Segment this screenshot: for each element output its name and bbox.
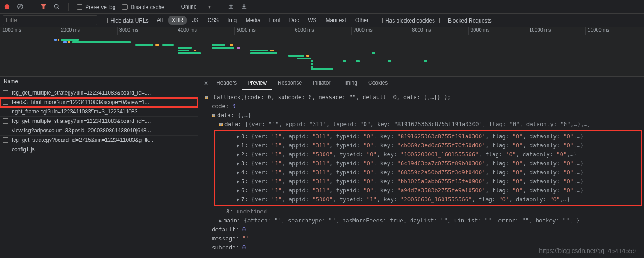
timeline-tick: 4000 ms [176,27,234,35]
filter-other[interactable]: Other [352,16,372,25]
separator [219,3,219,11]
request-row[interactable]: feeds3_html_more?uin=1223411083&scope=0&… [0,98,198,107]
timeline-tick: 2000 ms [59,27,117,35]
tab-cookies[interactable]: Cookies [363,77,393,90]
caret-right-icon[interactable] [219,219,222,223]
filter-doc[interactable]: Doc [286,16,302,25]
filter-input[interactable] [3,15,97,25]
request-row[interactable]: view.fcg?adposcount=3&posid=206038986143… [0,126,198,136]
tab-headers[interactable]: Headers [211,77,242,90]
details-pane: ✕ HeadersPreviewResponseInitiatorTimingC… [198,77,644,258]
clear-icon[interactable] [17,3,23,10]
timeline-tick: 3000 ms [117,27,176,35]
watermark: https://blog.csdn.net/qq_45414559 [539,246,636,255]
tab-response[interactable]: Response [272,77,307,90]
svg-rect-5 [229,8,233,9]
separator [32,3,32,11]
caret-right-icon[interactable] [237,144,239,148]
filter-icon[interactable] [40,3,47,10]
tab-preview[interactable]: Preview [242,77,272,90]
svg-line-2 [18,5,22,9]
filter-img[interactable]: Img [224,16,240,25]
tab-timing[interactable]: Timing [336,77,363,90]
caret-down-icon[interactable] [205,96,208,99]
request-row[interactable]: fcg_get_strategy?board_id=2715&uin=12234… [0,136,198,145]
request-pane: Name fcg_get_multiple_strategy?uin=12234… [0,77,198,258]
timeline-tick: 5000 ms [234,27,293,35]
network-toolbar: Preserve log Disable cache Online ▾ [0,0,644,14]
timeline-tick: 11000 ms [585,27,644,35]
detail-tabs: ✕ HeadersPreviewResponseInitiatorTimingC… [198,77,644,90]
caret-right-icon[interactable] [237,180,239,184]
disable-cache-checkbox[interactable]: Disable cache [122,3,164,10]
content-area: Name fcg_get_multiple_strategy?uin=12234… [0,77,644,258]
request-row[interactable]: config1.js [0,145,198,154]
tab-initiator[interactable]: Initiator [307,77,336,90]
search-icon[interactable] [53,3,60,10]
svg-rect-6 [242,8,246,9]
separator [173,3,173,11]
download-icon[interactable] [241,3,247,10]
file-icon [3,118,8,124]
request-row[interactable]: fcg_get_multiple_strategy?uin=1223411083… [0,117,198,126]
caret-right-icon[interactable] [237,198,239,202]
timeline-overview[interactable]: 1000 ms2000 ms3000 ms4000 ms5000 ms6000 … [0,27,644,77]
caret-down-icon[interactable] [212,114,215,117]
svg-point-3 [54,4,58,8]
filter-all[interactable]: All [153,16,166,25]
record-icon[interactable] [4,3,10,10]
caret-right-icon[interactable] [237,162,239,166]
file-icon [3,90,8,95]
filter-manifest[interactable]: Manifest [322,16,350,25]
filter-css[interactable]: CSS [204,16,222,25]
data-item-row[interactable]: 2: {ver: "1", appid: "5000", typeid: "0"… [215,150,641,159]
data-items-highlight: 0: {ver: "1", appid: "311", typeid: "0",… [214,130,642,206]
data-item-row[interactable]: 0: {ver: "1", appid: "311", typeid: "0",… [215,132,641,141]
close-icon[interactable]: ✕ [201,77,211,90]
data-item-row[interactable]: 4: {ver: "1", appid: "311", typeid: "0",… [215,168,641,177]
filter-xhr[interactable]: XHR [168,16,187,25]
preview-panel[interactable]: _Callback({code: 0, subcode: 0, message:… [198,90,644,258]
data-item-row[interactable]: 7: {ver: "1", appid: "5000", typeid: "1"… [215,195,641,204]
filter-bar: Hide data URLs AllXHRJSCSSImgMediaFontDo… [0,14,644,27]
has-blocked-cookies-checkbox[interactable]: Has blocked cookies [377,17,435,24]
file-icon [3,100,8,105]
blocked-requests-checkbox[interactable]: Blocked Requests [439,17,492,24]
svg-line-4 [58,8,59,9]
timeline-tick: 7000 ms [351,27,410,35]
type-filters: AllXHRJSCSSImgMediaFontDocWSManifestOthe… [153,16,372,25]
callback-root[interactable]: _Callback({code: 0, subcode: 0, message:… [210,94,451,100]
file-icon [3,147,8,152]
filter-font[interactable]: Font [266,16,284,25]
filter-ws[interactable]: WS [304,16,320,25]
data-item-row[interactable]: 3: {ver: "1", appid: "311", typeid: "0",… [215,159,641,168]
svg-point-0 [5,4,9,9]
caret-right-icon[interactable] [237,189,239,193]
upload-icon[interactable] [228,3,234,10]
request-list: fcg_get_multiple_strategy?uin=1223411083… [0,88,198,258]
separator [68,3,69,11]
preserve-log-checkbox[interactable]: Preserve log [77,3,115,10]
data-item-row[interactable]: 6: {ver: "1", appid: "311", typeid: "0",… [215,186,641,195]
filter-media[interactable]: Media [242,16,264,25]
caret-right-icon[interactable] [237,135,239,139]
request-row[interactable]: right_frame.cgi?uin=1223411083¶m=3_12234… [0,107,198,117]
caret-down-icon[interactable] [219,123,223,126]
data-item-row[interactable]: 5: {ver: "1", appid: "311", typeid: "0",… [215,177,641,186]
request-row[interactable]: fcg_get_multiple_strategy?uin=1223411083… [0,88,198,98]
request-table-header[interactable]: Name [0,77,198,88]
hide-data-urls-checkbox[interactable]: Hide data URLs [102,17,149,24]
file-icon [3,109,8,114]
timeline-tick: 10000 ms [527,27,585,35]
timeline-tick: 9000 ms [468,27,527,35]
timeline-tick: 8000 ms [410,27,468,35]
caret-right-icon[interactable] [237,171,239,175]
file-icon [3,128,8,133]
timeline-tick: 1000 ms [0,27,59,35]
data-item-row[interactable]: 1: {ver: "1", appid: "311", typeid: "0",… [215,141,641,150]
filter-js[interactable]: JS [188,16,202,25]
file-icon [3,137,8,143]
timeline-tick: 6000 ms [293,27,352,35]
throttle-select[interactable]: Online ▾ [181,4,211,10]
caret-right-icon[interactable] [237,153,239,157]
